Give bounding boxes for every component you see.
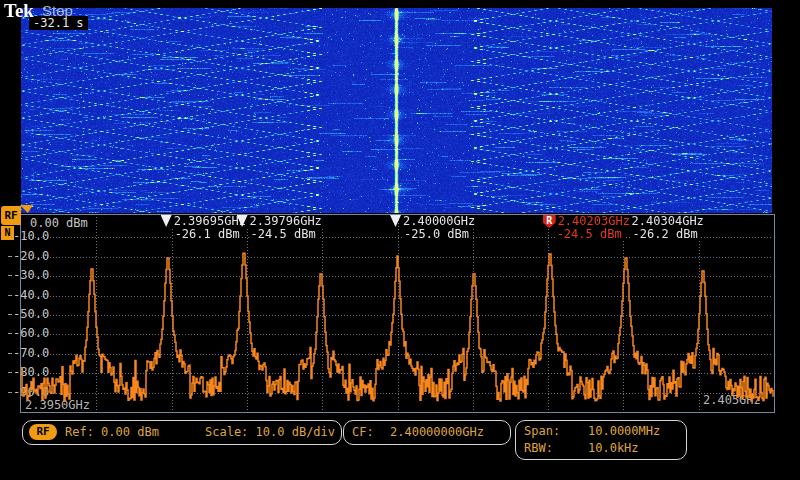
marker-amplitude-readout: -24.5 dBm bbox=[249, 228, 318, 241]
reference-marker-icon: R bbox=[543, 215, 556, 228]
y-axis-tick bbox=[8, 372, 12, 373]
y-axis-tick bbox=[8, 353, 12, 354]
y-axis-tick bbox=[8, 333, 12, 334]
rbw-value: 10.0kHz bbox=[588, 441, 639, 455]
acquisition-status[interactable]: Stop bbox=[42, 2, 73, 19]
cf-label: CF: bbox=[352, 425, 374, 439]
ref-level-readout: Ref: 0.00 dBm bbox=[65, 425, 159, 439]
span-value: 10.0000MHz bbox=[588, 424, 660, 438]
center-frequency-readout-box[interactable]: CF: 2.40000000GHz bbox=[343, 420, 511, 445]
rbw-label: RBW: bbox=[524, 441, 553, 455]
marker-triangle-icon bbox=[161, 215, 172, 227]
auto-marker: 2.40000GHz-25.0 dBm bbox=[390, 215, 477, 241]
y-axis-tick bbox=[8, 256, 12, 257]
oscilloscope-screen: Tek Stop -32.1 s RF N 0.00 dBm -10.0-20.… bbox=[0, 0, 800, 480]
y-axis-tick bbox=[8, 295, 12, 296]
spectrum-plot bbox=[20, 214, 775, 413]
marker-triangle-icon bbox=[390, 215, 401, 227]
auto-marker: 2.39695GHz-26.1 dBm bbox=[161, 215, 248, 241]
reference-marker: R2.40203GHz-24.5 dBm bbox=[543, 215, 632, 241]
y-axis-tick bbox=[8, 392, 12, 393]
cf-value: 2.40000000GHz bbox=[390, 425, 484, 439]
scale-readout: Scale: 10.0 dB/div bbox=[205, 425, 335, 439]
rf-channel-tab[interactable]: RF bbox=[1, 206, 21, 225]
marker-amplitude-readout: -26.1 dBm bbox=[173, 228, 242, 241]
marker-amplitude-readout: -26.2 dBm bbox=[631, 228, 700, 241]
rf-badge: RF bbox=[29, 424, 57, 440]
marker-amplitude-readout: -25.0 dBm bbox=[402, 228, 471, 241]
rf-ref-scale-readout-box[interactable]: RF Ref: 0.00 dBm Scale: 10.0 dB/div bbox=[22, 420, 342, 445]
marker-amplitude-readout: -24.5 dBm bbox=[555, 228, 624, 241]
span-label: Span: bbox=[524, 424, 560, 438]
tek-logo: Tek bbox=[4, 0, 34, 22]
y-axis-tick bbox=[8, 314, 12, 315]
marker-triangle-icon bbox=[237, 215, 248, 227]
y-axis-tick bbox=[8, 275, 12, 276]
rf-normal-trace-badge: N bbox=[1, 226, 14, 240]
spectrogram-waterfall bbox=[21, 8, 772, 213]
auto-marker: 2.39796GHz-24.5 dBm bbox=[237, 215, 324, 241]
span-rbw-readout-box[interactable]: Span: 10.0000MHz RBW: 10.0kHz bbox=[515, 420, 687, 460]
